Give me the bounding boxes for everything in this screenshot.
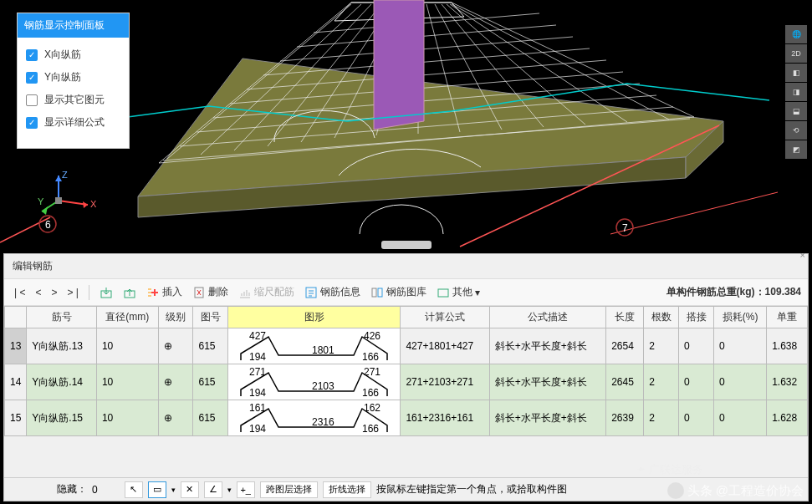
table-row[interactable]: 13Y向纵筋.1310⊕615 427 426 194 1801 166 427… xyxy=(5,328,808,364)
shape-diagram[interactable]: 271 271 194 2103 166 xyxy=(228,364,401,400)
cell[interactable]: 615 xyxy=(193,328,228,364)
svg-rect-50 xyxy=(378,288,382,297)
cell[interactable]: 斜长+水平长度+斜长 xyxy=(489,400,605,436)
nav-first-button[interactable]: | < xyxy=(11,285,28,300)
column-header[interactable]: 级别 xyxy=(158,307,193,328)
cell[interactable]: 2 xyxy=(644,400,679,436)
cell[interactable]: 2639 xyxy=(606,400,644,436)
column-header[interactable]: 计算公式 xyxy=(401,307,489,328)
cell[interactable]: 2 xyxy=(644,364,679,400)
tool-rect-icon[interactable]: ▭ xyxy=(148,481,166,498)
view-earth-icon[interactable]: 🌐 xyxy=(785,25,807,43)
panel-option-1[interactable]: ✓Y向纵筋 xyxy=(26,70,120,84)
view-rotate-icon[interactable]: ⟲ xyxy=(785,121,807,140)
cell[interactable]: 斜长+水平长度+斜长 xyxy=(489,328,605,364)
row-index[interactable]: 13 xyxy=(5,328,27,364)
cell[interactable]: 1.638 xyxy=(767,328,808,364)
view-side-icon[interactable]: ◨ xyxy=(785,83,807,101)
shape-diagram[interactable]: 161 162 194 2316 166 xyxy=(228,400,401,436)
cell[interactable]: 0 xyxy=(714,328,767,364)
cell[interactable]: 161+2316+161 xyxy=(401,400,489,436)
checkbox-unchecked-icon[interactable] xyxy=(26,94,38,106)
column-header[interactable]: 长度 xyxy=(606,307,644,328)
row-index[interactable]: 15 xyxy=(5,400,27,436)
close-icon[interactable]: × xyxy=(800,250,805,260)
info-button[interactable]: 钢筋信息 xyxy=(301,283,364,301)
import-icon[interactable] xyxy=(96,284,116,301)
cell[interactable]: 2 xyxy=(644,328,679,364)
cell[interactable]: 1.628 xyxy=(767,400,808,436)
cell[interactable]: Y向纵筋.13 xyxy=(27,328,97,364)
cell[interactable]: 427+1801+427 xyxy=(401,328,489,364)
nav-last-button[interactable]: > | xyxy=(64,285,82,300)
view-2d-button[interactable]: 2D xyxy=(785,44,807,63)
viewport-scroll-handle[interactable] xyxy=(381,241,432,249)
column-header[interactable]: 损耗(%) xyxy=(714,307,767,328)
cell[interactable]: 271+2103+271 xyxy=(401,364,489,400)
cell[interactable]: 2654 xyxy=(606,328,644,364)
cell[interactable]: 0 xyxy=(679,328,714,364)
cell[interactable]: 615 xyxy=(193,400,228,436)
cell[interactable]: 0 xyxy=(679,364,714,400)
column-header[interactable]: 公式描述 xyxy=(489,307,605,328)
row-index[interactable]: 14 xyxy=(5,364,27,400)
svg-text:194: 194 xyxy=(249,351,266,363)
view-iso-icon[interactable]: ◩ xyxy=(785,140,807,159)
table-row[interactable]: 15Y向纵筋.1510⊕615 161 162 194 2316 166 161… xyxy=(5,400,808,436)
axis-gizmo[interactable]: X Y Z xyxy=(38,171,96,225)
cell[interactable]: 0 xyxy=(714,364,767,400)
cell[interactable]: ⊕ xyxy=(158,328,193,364)
cell[interactable]: 615 xyxy=(193,364,228,400)
checkbox-checked-icon[interactable]: ✓ xyxy=(26,117,38,129)
axis-marker-7: 7 xyxy=(622,222,628,234)
view-top-icon[interactable]: ⬓ xyxy=(785,102,807,120)
cell[interactable]: 0 xyxy=(714,400,767,436)
checkbox-checked-icon[interactable]: ✓ xyxy=(26,49,38,61)
cell[interactable]: ⊕ xyxy=(158,400,193,436)
rebar-grid[interactable]: 筋号直径(mm)级别图号图形计算公式公式描述长度根数搭接损耗(%)单重 13Y向… xyxy=(4,306,808,473)
cell[interactable]: 10 xyxy=(96,328,158,364)
checkbox-checked-icon[interactable]: ✓ xyxy=(26,72,38,84)
cell[interactable]: 10 xyxy=(96,400,158,436)
column-header[interactable] xyxy=(5,307,27,328)
column-header[interactable]: 单重 xyxy=(767,307,808,328)
nav-prev-button[interactable]: < xyxy=(32,285,44,300)
tool-cross-icon[interactable]: ✕ xyxy=(181,481,199,498)
cell[interactable]: 斜长+水平长度+斜长 xyxy=(489,364,605,400)
delete-button[interactable]: 删除 xyxy=(189,283,232,301)
svg-text:166: 166 xyxy=(362,351,379,363)
library-button[interactable]: 钢筋图库 xyxy=(367,283,430,301)
column-header[interactable]: 筋号 xyxy=(27,307,97,328)
polyline-button[interactable]: 折线选择 xyxy=(323,481,371,498)
table-row[interactable]: 14Y向纵筋.1410⊕615 271 271 194 2103 166 271… xyxy=(5,364,808,400)
cell[interactable]: 0 xyxy=(679,400,714,436)
insert-button[interactable]: 插入 xyxy=(143,283,186,301)
cell[interactable]: 1.632 xyxy=(767,364,808,400)
panel-option-0[interactable]: ✓X向纵筋 xyxy=(26,48,120,62)
other-button[interactable]: 其他 ▾ xyxy=(433,283,483,301)
export-icon[interactable] xyxy=(120,284,140,301)
scale-button[interactable]: 缩尺配筋 xyxy=(235,283,298,301)
cell[interactable]: ⊕ xyxy=(158,364,193,400)
panel-option-2[interactable]: 显示其它图元 xyxy=(26,93,120,107)
panel-option-label: Y向纵筋 xyxy=(44,70,81,84)
column-header[interactable]: 直径(mm) xyxy=(96,307,158,328)
cell[interactable]: 2645 xyxy=(606,364,644,400)
cell[interactable]: 10 xyxy=(96,364,158,400)
panel-option-3[interactable]: ✓显示详细公式 xyxy=(26,115,120,130)
cross-layer-button[interactable]: 跨图层选择 xyxy=(260,481,318,498)
tool-cursor-icon[interactable]: ↖ xyxy=(125,481,143,498)
nav-next-button[interactable]: > xyxy=(48,285,60,300)
view-front-icon[interactable]: ◧ xyxy=(785,64,807,82)
svg-text:194: 194 xyxy=(249,423,266,435)
tool-plus-icon[interactable]: +_ xyxy=(237,481,255,498)
tool-line-icon[interactable]: ∠ xyxy=(204,481,222,498)
cell[interactable]: Y向纵筋.14 xyxy=(27,364,97,400)
svg-rect-44 xyxy=(55,197,62,204)
column-header[interactable]: 根数 xyxy=(644,307,679,328)
column-header[interactable]: 搭接 xyxy=(679,307,714,328)
column-header[interactable]: 图形 xyxy=(228,307,401,328)
cell[interactable]: Y向纵筋.15 xyxy=(27,400,97,436)
column-header[interactable]: 图号 xyxy=(193,307,228,328)
shape-diagram[interactable]: 427 426 194 1801 166 xyxy=(228,328,401,364)
